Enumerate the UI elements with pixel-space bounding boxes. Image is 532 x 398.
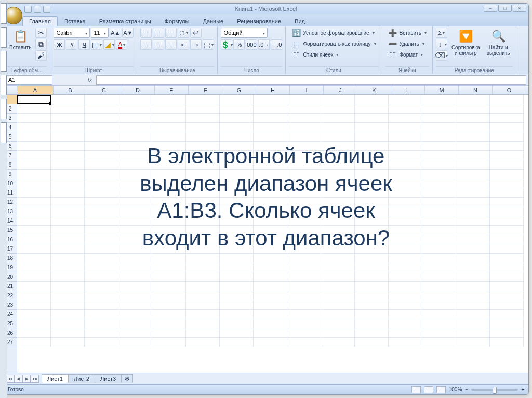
cell[interactable] — [389, 95, 422, 104]
cell[interactable] — [287, 198, 321, 207]
cell[interactable] — [254, 188, 287, 198]
minimize-button[interactable]: – — [484, 5, 497, 12]
cell[interactable] — [254, 142, 287, 151]
cell[interactable] — [422, 263, 456, 272]
cell[interactable] — [85, 179, 118, 188]
cell[interactable] — [186, 198, 220, 207]
cell[interactable] — [321, 160, 355, 170]
cell[interactable] — [220, 95, 254, 104]
cell[interactable] — [422, 95, 456, 104]
cell[interactable] — [85, 160, 118, 170]
cell[interactable] — [355, 179, 389, 188]
cell[interactable] — [355, 188, 389, 198]
cell[interactable] — [118, 254, 152, 263]
cell[interactable] — [456, 282, 490, 291]
cell[interactable] — [422, 188, 456, 198]
cell[interactable] — [355, 319, 389, 328]
cell[interactable] — [321, 198, 355, 207]
cell[interactable] — [422, 338, 456, 347]
cell[interactable] — [456, 310, 490, 319]
cell[interactable] — [422, 244, 456, 254]
align-middle-button[interactable]: ≡ — [153, 28, 164, 38]
view-page-break-button[interactable] — [436, 386, 446, 393]
cell[interactable] — [85, 282, 118, 291]
cell[interactable] — [422, 272, 456, 282]
cell[interactable] — [456, 198, 490, 207]
cell[interactable] — [85, 310, 118, 319]
cell[interactable] — [17, 151, 51, 160]
cell[interactable] — [355, 310, 389, 319]
cell[interactable] — [118, 319, 152, 328]
cell[interactable] — [118, 142, 152, 151]
cell[interactable] — [51, 328, 85, 338]
cell[interactable] — [254, 151, 287, 160]
cell[interactable] — [287, 104, 321, 114]
cut-button[interactable]: ✂ — [35, 28, 47, 38]
cell[interactable] — [422, 328, 456, 338]
cell[interactable] — [321, 216, 355, 226]
formula-bar[interactable] — [96, 75, 526, 85]
column-header[interactable]: M — [425, 86, 459, 94]
cell[interactable] — [287, 216, 321, 226]
cell[interactable] — [321, 226, 355, 235]
cell[interactable] — [118, 188, 152, 198]
cell[interactable] — [152, 207, 186, 216]
cell[interactable] — [287, 170, 321, 179]
cell[interactable] — [321, 207, 355, 216]
cell[interactable] — [321, 291, 355, 300]
cell[interactable] — [85, 132, 118, 142]
cell[interactable] — [51, 310, 85, 319]
cell[interactable] — [456, 300, 490, 310]
cell[interactable] — [51, 254, 85, 263]
conditional-formatting-button[interactable]: 🔢Условное форматирование — [289, 28, 377, 38]
align-right-button[interactable]: ≡ — [165, 39, 177, 50]
cell[interactable] — [254, 226, 287, 235]
cell[interactable] — [152, 198, 186, 207]
tab-view[interactable]: Вид — [288, 16, 312, 26]
cell[interactable] — [287, 207, 321, 216]
cell[interactable] — [287, 291, 321, 300]
cell[interactable] — [254, 244, 287, 254]
cell[interactable] — [152, 244, 186, 254]
cell[interactable] — [220, 160, 254, 170]
tab-formulas[interactable]: Формулы — [158, 16, 196, 26]
cell[interactable] — [456, 95, 490, 104]
cell[interactable] — [456, 338, 490, 347]
cell[interactable] — [456, 132, 490, 142]
cell[interactable] — [17, 338, 51, 347]
cell[interactable] — [254, 104, 287, 114]
cell[interactable] — [152, 160, 186, 170]
cell[interactable] — [321, 151, 355, 160]
cell[interactable] — [220, 216, 254, 226]
cell[interactable] — [422, 319, 456, 328]
cell[interactable] — [254, 235, 287, 244]
cell[interactable] — [355, 254, 389, 263]
cell[interactable] — [17, 170, 51, 179]
delete-cells-button[interactable]: ➖Удалить — [385, 38, 427, 49]
column-header[interactable]: H — [256, 86, 290, 94]
column-header[interactable]: F — [189, 86, 222, 94]
cell[interactable] — [422, 104, 456, 114]
cell[interactable] — [355, 198, 389, 207]
cell[interactable] — [85, 235, 118, 244]
cell[interactable] — [490, 263, 524, 272]
cell[interactable] — [254, 338, 287, 347]
cell[interactable] — [355, 95, 389, 104]
cell[interactable] — [85, 142, 118, 151]
cell[interactable] — [422, 226, 456, 235]
cell[interactable] — [456, 123, 490, 132]
column-header[interactable]: E — [155, 86, 189, 94]
cell[interactable] — [456, 104, 490, 114]
find-select-button[interactable]: 🔍 Найти и выделить — [484, 28, 513, 58]
cell[interactable] — [422, 114, 456, 123]
cell[interactable] — [220, 310, 254, 319]
cell[interactable] — [321, 132, 355, 142]
cell[interactable] — [220, 123, 254, 132]
cell[interactable] — [186, 328, 220, 338]
cell[interactable] — [85, 254, 118, 263]
cell[interactable] — [51, 291, 85, 300]
column-header[interactable]: K — [357, 86, 391, 94]
cell[interactable] — [490, 226, 524, 235]
cell[interactable] — [118, 170, 152, 179]
font-name-select[interactable]: Calibri — [54, 28, 90, 38]
